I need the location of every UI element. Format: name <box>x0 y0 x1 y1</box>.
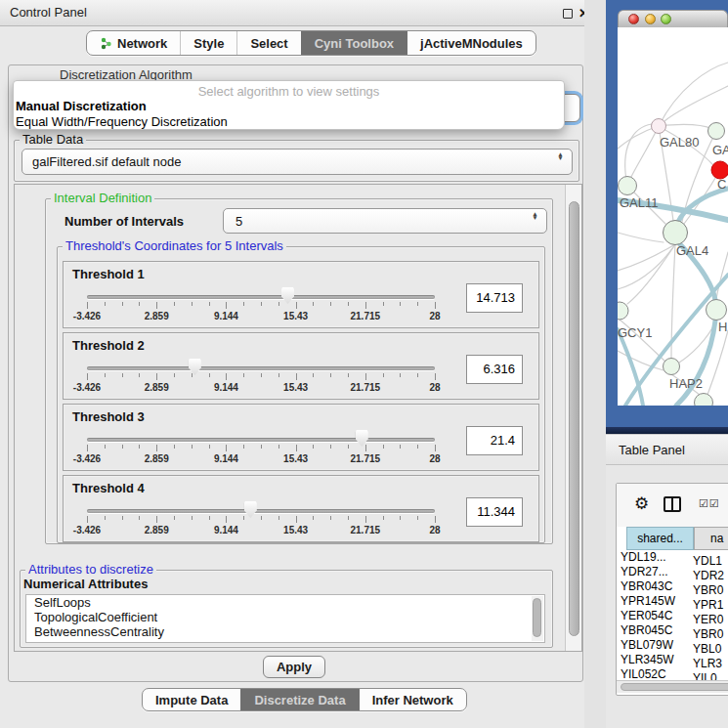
tick-mark <box>383 373 384 377</box>
network-node-gal80[interactable] <box>652 119 666 134</box>
number-of-intervals-combobox[interactable]: 5 ▲▼ <box>223 208 547 234</box>
tab-impute-data[interactable]: Impute Data <box>143 689 240 710</box>
column-header-shared[interactable]: shared... <box>626 527 694 550</box>
minimize-traffic-light-icon[interactable] <box>645 14 656 24</box>
table-row[interactable]: YBR043CYBR0 <box>617 579 728 594</box>
bottom-tabs: Impute DataDiscretize DataInfer Network <box>142 688 467 711</box>
network-node-gcy1[interactable] <box>618 302 628 320</box>
select-columns-icon[interactable]: ☑☑ <box>699 497 720 510</box>
threshold-slider[interactable]: -3.4262.8599.14415.4321.71528 <box>87 499 435 542</box>
tick-mark <box>105 373 106 377</box>
spinner-arrows-icon[interactable]: ▲▼ <box>531 212 539 220</box>
threshold-label: Threshold 2 <box>72 338 145 353</box>
cell-shared-name[interactable]: YLR345W <box>617 653 685 667</box>
table-row[interactable]: YDR27...YDR2 <box>617 565 728 579</box>
tab-label: Network <box>117 36 167 51</box>
tick-mark <box>417 516 418 520</box>
apply-button[interactable]: Apply <box>263 656 325 678</box>
column-header-na[interactable]: na <box>694 527 728 550</box>
control-panel-titlebar: Control Panel ✕ <box>0 0 584 26</box>
cell-shared-name[interactable]: YBR043C <box>617 579 685 594</box>
cell-name[interactable]: YIL0 <box>685 671 717 680</box>
attribute-item-topologicalcoefficient[interactable]: TopologicalCoefficient <box>26 610 544 624</box>
zoom-traffic-light-icon[interactable] <box>661 14 671 24</box>
threshold-slider[interactable]: -3.4262.8599.14415.4321.71528 <box>87 428 435 471</box>
table-row[interactable]: YBL079WYBL0 <box>617 638 728 653</box>
scrollbar-thumb[interactable] <box>621 683 728 691</box>
table-row[interactable]: YIL052CYIL0 <box>617 667 728 680</box>
table-horizontal-scrollbar[interactable] <box>617 680 728 693</box>
cell-shared-name[interactable]: YIL052C <box>617 667 685 680</box>
algorithm-hint: Select algorithm to view settings <box>14 84 564 99</box>
tick-mark <box>296 516 297 523</box>
network-node[interactable] <box>695 394 713 407</box>
tick-mark <box>296 445 297 451</box>
table-row[interactable]: YPR145WYPR1 <box>617 594 728 609</box>
tick-mark <box>243 516 244 520</box>
network-window-bottom-edge <box>606 427 728 434</box>
network-node-gal11[interactable] <box>619 177 637 195</box>
cell-shared-name[interactable]: YPR145W <box>617 594 685 609</box>
table-row[interactable]: YDL19...YDL1 <box>617 550 728 565</box>
tick-mark <box>156 373 157 380</box>
gear-icon[interactable]: ⚙ <box>634 495 649 513</box>
table-row[interactable]: YER054CYER0 <box>617 609 728 623</box>
tab-style[interactable]: Style <box>180 31 236 55</box>
table-panel-inset: ⚙ ☑☑ shared...na YDL19...YDL1YDR27...YDR… <box>616 483 728 696</box>
scrollbar-thumb[interactable] <box>533 598 541 637</box>
tick-mark <box>261 445 262 449</box>
tab-network[interactable]: Network <box>87 31 180 55</box>
network-node-gal4[interactable] <box>664 221 688 245</box>
cell-shared-name[interactable]: YDR27... <box>617 565 685 579</box>
spinner-arrows-icon[interactable]: ▲▼ <box>556 152 565 160</box>
tab-cyni-toolbox[interactable]: Cyni Toolbox <box>301 31 407 55</box>
threshold-slider[interactable]: -3.4262.8599.14415.4321.71528 <box>87 285 435 328</box>
threshold-label: Threshold 3 <box>72 409 145 424</box>
attribute-item-betweennesscentrality[interactable]: BetweennessCentrality <box>26 624 544 639</box>
network-node-hap2[interactable] <box>664 359 680 375</box>
panel-divider[interactable] <box>584 0 606 728</box>
network-node-h[interactable] <box>707 300 727 321</box>
slider-track[interactable] <box>87 438 435 442</box>
algorithm-option-equal-width-frequency-discretization[interactable]: Equal Width/Frequency Discretization <box>14 114 564 130</box>
close-traffic-light-icon[interactable] <box>628 14 639 24</box>
attributes-legend: Attributes to discretize <box>25 563 156 577</box>
cell-shared-name[interactable]: YDL19... <box>617 550 685 565</box>
tick-mark <box>174 445 175 449</box>
tick-mark <box>400 373 401 377</box>
list-vertical-scrollbar[interactable] <box>532 596 543 641</box>
cell-shared-name[interactable]: YBR045C <box>617 623 685 638</box>
table-rows: YDL19...YDL1YDR27...YDR2YBR043CYBR0YPR14… <box>617 550 728 680</box>
slider-track[interactable] <box>87 295 435 299</box>
numerical-attributes-list[interactable]: SelfLoopsTopologicalCoefficientBetweenne… <box>25 594 545 643</box>
tab-jactivemnodules[interactable]: jActiveMNodules <box>407 31 535 55</box>
column-layout-icon[interactable] <box>664 496 681 512</box>
threshold-value-field[interactable]: 14.713 <box>466 283 523 313</box>
tab-infer-network[interactable]: Infer Network <box>359 689 466 710</box>
algorithm-option-manual-discretization[interactable]: Manual Discretization <box>14 99 564 114</box>
tab-discretize-data[interactable]: Discretize Data <box>240 689 358 710</box>
threshold-value-field[interactable]: 11.344 <box>466 497 523 527</box>
slider-track[interactable] <box>87 366 435 370</box>
table-row[interactable]: YLR345WYLR3 <box>617 653 728 667</box>
threshold-value-field[interactable]: 6.316 <box>466 355 523 384</box>
threshold-slider[interactable]: -3.4262.8599.14415.4321.71528 <box>87 357 435 400</box>
attribute-item-selfloops[interactable]: SelfLoops <box>26 595 544 610</box>
table-row[interactable]: YBR045CYBR0 <box>617 623 728 638</box>
float-window-icon[interactable] <box>563 9 573 19</box>
threshold-value-field[interactable]: 21.4 <box>466 426 523 455</box>
cell-shared-name[interactable]: YBL079W <box>617 638 685 653</box>
node-label: GAL11 <box>620 195 659 210</box>
cell-shared-name[interactable]: YER054C <box>617 609 685 623</box>
tab-select[interactable]: Select <box>236 31 300 55</box>
node-label: H <box>718 320 727 334</box>
table-data-combobox[interactable]: galFiltered.sif default node ▲▼ <box>21 149 573 175</box>
network-canvas[interactable]: GAL80GACGAL11GAL4GCY1HHAP2 <box>618 27 728 406</box>
network-node-ga[interactable] <box>708 123 725 140</box>
network-window-titlebar[interactable] <box>618 10 728 27</box>
scrollbar-thumb[interactable] <box>569 201 579 636</box>
settings-vertical-scrollbar[interactable] <box>565 185 581 651</box>
tick-mark <box>400 445 401 449</box>
slider-track[interactable] <box>87 509 435 513</box>
tick-mark <box>278 445 279 449</box>
